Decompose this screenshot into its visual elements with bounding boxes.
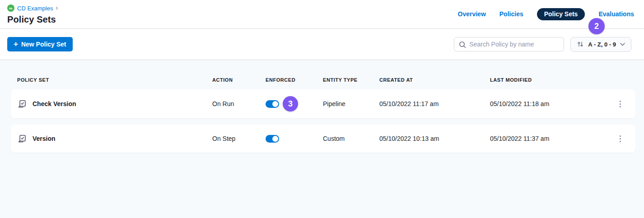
action-cell: On Run [212, 100, 266, 107]
entity-type-cell: Pipeline [323, 100, 379, 107]
column-header-policy-set: POLICY SET [17, 77, 212, 83]
table-header-row: POLICY SET ACTION ENFORCED ENTITY TYPE C… [11, 60, 635, 83]
breadcrumb-link-project[interactable]: CD Examples [17, 5, 53, 12]
column-header-created-at: CREATED AT [379, 77, 490, 83]
table-row[interactable]: Check Version On Run 3 Pipeline 05/10/20… [11, 89, 635, 118]
policy-sets-page: ∞ CD Examples › Policy Sets Overview Pol… [0, 0, 644, 218]
tab-policies[interactable]: Policies [499, 8, 523, 20]
new-policy-set-button[interactable]: + New Policy Set [7, 37, 73, 51]
tab-overview[interactable]: Overview [458, 8, 486, 20]
chevron-down-icon [620, 43, 625, 46]
enforced-toggle[interactable] [266, 100, 279, 108]
created-at-cell: 05/10/2022 10:13 am [379, 135, 490, 142]
enforced-toggle[interactable] [266, 135, 279, 143]
page-header: ∞ CD Examples › Policy Sets Overview Pol… [0, 0, 644, 29]
created-at-cell: 05/10/2022 11:17 am [379, 100, 490, 107]
toggle-knob [272, 101, 278, 107]
policy-set-name[interactable]: Version [33, 135, 56, 142]
column-header-action: ACTION [212, 77, 266, 83]
new-policy-set-button-label: New Policy Set [21, 41, 66, 48]
search-box [454, 37, 564, 51]
column-header-enforced: ENFORCED [266, 77, 323, 83]
policy-set-name[interactable]: Check Version [33, 100, 76, 107]
table-row[interactable]: Version On Step Custom 05/10/2022 10:13 … [11, 125, 635, 153]
breadcrumb-chevron-icon: › [56, 5, 58, 11]
sort-arrows-icon [577, 41, 584, 48]
last-modified-cell: 05/10/2022 11:37 am [490, 135, 611, 142]
policy-set-icon [17, 99, 27, 109]
column-header-last-modified: LAST MODIFIED [490, 77, 611, 83]
entity-type-cell: Custom [323, 135, 379, 142]
sort-dropdown-label: A - Z, 0 - 9 [588, 41, 616, 48]
column-header-entity-type: ENTITY TYPE [323, 77, 379, 83]
action-cell: On Step [212, 135, 266, 142]
policy-set-icon [17, 134, 27, 144]
row-menu-button[interactable] [617, 98, 624, 110]
search-input[interactable] [454, 37, 564, 51]
sort-dropdown[interactable]: A - Z, 0 - 9 [570, 37, 631, 52]
cd-module-icon: ∞ [7, 5, 14, 12]
annotation-step-badge-3: 3 [283, 96, 298, 111]
search-icon [458, 41, 467, 49]
tab-evaluations[interactable]: Evaluations [598, 8, 634, 20]
toolbar: + New Policy Set A - Z, 0 - 9 [0, 29, 644, 60]
last-modified-cell: 05/10/2022 11:18 am [490, 100, 611, 107]
policy-sets-table: POLICY SET ACTION ENFORCED ENTITY TYPE C… [0, 60, 644, 153]
plus-icon: + [14, 40, 18, 48]
tab-policy-sets[interactable]: Policy Sets [537, 8, 585, 20]
row-menu-button[interactable] [617, 133, 624, 145]
annotation-step-badge-2: 2 [588, 18, 605, 34]
toggle-knob [272, 136, 278, 142]
top-nav: Overview Policies Policy Sets Evaluation… [458, 8, 634, 20]
toolbar-right: A - Z, 0 - 9 [454, 37, 631, 52]
